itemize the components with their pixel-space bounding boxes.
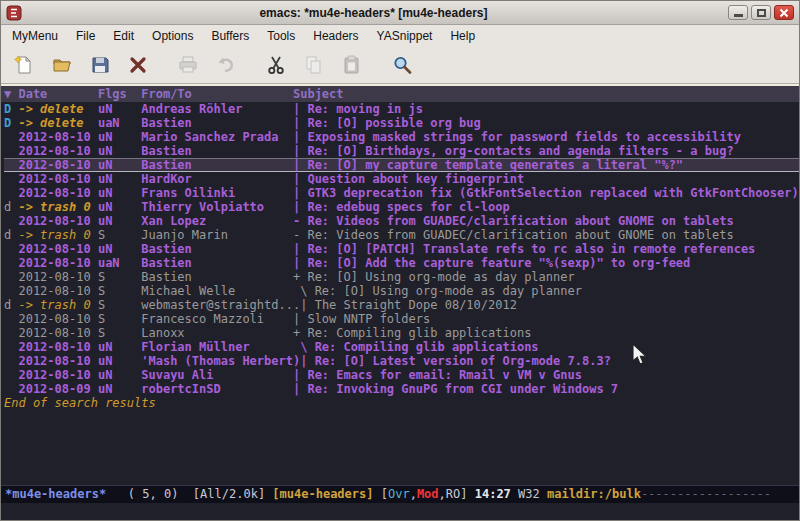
message-mark: d: [4, 298, 18, 312]
close-buffer-button[interactable]: [123, 50, 153, 80]
menu-tools[interactable]: Tools: [258, 26, 304, 46]
message-flags: uN: [98, 340, 141, 354]
menu-edit[interactable]: Edit: [104, 26, 143, 46]
message-date: 2012-08-10: [18, 284, 97, 298]
message-row[interactable]: d -> trash 0 S webmaster@straightd... | …: [4, 298, 799, 312]
message-from: Francesco Mazzoli: [141, 312, 293, 326]
search-icon: [391, 54, 413, 76]
message-date: 2012-08-10: [18, 256, 97, 270]
cut-icon: [265, 54, 287, 76]
message-mark: [4, 186, 18, 200]
message-subject: | Re: [O] my capture template generates …: [293, 158, 683, 172]
message-row[interactable]: D -> delete uN Andreas Röhler | Re: movi…: [4, 102, 799, 116]
message-row[interactable]: 2012-08-10 uN Frans Oilinki | GTK3 depre…: [4, 186, 799, 200]
menu-headers[interactable]: Headers: [304, 26, 367, 46]
message-subject: | Re: [O] Birthdays, org-contacts and ag…: [293, 144, 734, 158]
message-row[interactable]: d -> trash 0 uN Thierry Volpiatto | Re: …: [4, 200, 799, 214]
menu-help[interactable]: Help: [441, 26, 484, 46]
message-date: 2012-08-10: [18, 368, 97, 382]
minimize-button[interactable]: [728, 5, 748, 20]
message-date: 2012-08-10: [18, 354, 97, 368]
end-of-results-label: End of search results: [4, 396, 156, 410]
message-date: -> delete: [18, 102, 97, 116]
message-from: Mario Sanchez Prada: [141, 130, 293, 144]
message-row[interactable]: 2012-08-10 S Bastien + Re: [O] Using org…: [4, 270, 799, 284]
message-row[interactable]: d -> trash 0 S Juanjo Marin - Re: Videos…: [4, 228, 799, 242]
message-mark: [4, 256, 18, 270]
message-row[interactable]: 2012-08-10 uN Bastien | Re: [O] [PATCH] …: [4, 242, 799, 256]
menu-mymenu[interactable]: MyMenu: [3, 26, 67, 46]
headers-buffer[interactable]: D -> delete uN Andreas Röhler | Re: movi…: [1, 102, 799, 485]
message-from: Juanjo Marin: [141, 228, 293, 242]
sort-direction-icon[interactable]: ▼: [4, 86, 18, 102]
modeline-segment: [: [381, 487, 388, 501]
message-date: 2012-08-10: [18, 130, 97, 144]
maximize-button[interactable]: [751, 5, 771, 20]
modeline-segment: W32: [518, 487, 547, 501]
message-from: HardKor: [141, 172, 293, 186]
message-row[interactable]: 2012-08-10 uN Mario Sanchez Prada | Expo…: [4, 130, 799, 144]
message-row[interactable]: 2012-08-10 uN 'Mash (Thomas Herbert) | R…: [4, 354, 799, 368]
message-mark: [4, 130, 18, 144]
modeline: *mu4e-headers* ( 5, 0) [All/2.0k] [mu4e-…: [1, 485, 799, 503]
column-header-flags[interactable]: Flgs: [98, 86, 141, 102]
modeline-segment: ,RO: [439, 487, 461, 501]
copy-icon: [303, 54, 325, 76]
message-from: Michael Welle: [141, 284, 293, 298]
message-row[interactable]: D -> delete uaN Bastien | Re: [O] possib…: [4, 116, 799, 130]
save-icon: [89, 54, 111, 76]
message-subject: | The Straight Dope 08/10/2012: [300, 298, 517, 312]
menu-file[interactable]: File: [67, 26, 104, 46]
message-row[interactable]: 2012-08-10 uaN Bastien | Re: [O] Add the…: [4, 256, 799, 270]
message-date: -> trash 0: [18, 228, 97, 242]
message-row[interactable]: 2012-08-10 uN Xan Lopez - Re: Videos fro…: [4, 214, 799, 228]
message-mark: [4, 270, 18, 284]
message-date: 2012-08-10: [18, 144, 97, 158]
message-mark: D: [4, 102, 18, 116]
message-row[interactable]: 2012-08-10 uN HardKor | Question about k…: [4, 172, 799, 186]
message-mark: [4, 326, 18, 340]
message-flags: uN: [98, 172, 141, 186]
message-subject: | Re: moving in js: [293, 102, 423, 116]
save-button[interactable]: [85, 50, 115, 80]
message-from: robertcInSD: [141, 382, 293, 396]
message-date: 2012-08-09: [18, 382, 97, 396]
menu-yasnippet[interactable]: YASnippet: [368, 26, 442, 46]
message-flags: uN: [98, 242, 141, 256]
message-row[interactable]: 2012-08-10 S Lanoxx + Re: Compiling glib…: [4, 326, 799, 340]
message-row[interactable]: 2012-08-09 uN robertcInSD | Re: Invoking…: [4, 382, 799, 396]
message-from: Andreas Röhler: [141, 102, 293, 116]
message-flags: uN: [98, 382, 141, 396]
message-subject: | Re: edebug specs for cl-loop: [293, 200, 510, 214]
message-mark: [4, 158, 18, 172]
message-from: webmaster@straightd...: [141, 298, 300, 312]
message-row[interactable]: 2012-08-10 uN Bastien | Re: [O] my captu…: [4, 158, 799, 172]
close-buffer-icon: [127, 54, 149, 76]
message-list: D -> delete uN Andreas Röhler | Re: movi…: [4, 102, 799, 396]
menu-buffers[interactable]: Buffers: [202, 26, 258, 46]
message-row[interactable]: 2012-08-10 S Michael Welle \ Re: [O] Usi…: [4, 284, 799, 298]
column-header-from[interactable]: From/To: [141, 86, 293, 102]
message-date: 2012-08-10: [18, 312, 97, 326]
message-date: 2012-08-10: [18, 158, 97, 172]
message-row[interactable]: 2012-08-10 uN Bastien | Re: [O] Birthday…: [4, 144, 799, 158]
close-button[interactable]: [774, 5, 794, 20]
message-row[interactable]: 2012-08-10 uN Suvayu Ali | Re: Emacs for…: [4, 368, 799, 382]
message-flags: S: [98, 284, 141, 298]
message-row[interactable]: 2012-08-10 uN Florian Müllner \ Re: Comp…: [4, 340, 799, 354]
message-row[interactable]: 2012-08-10 S Francesco Mazzoli | Slow NN…: [4, 312, 799, 326]
minibuffer[interactable]: [1, 503, 799, 520]
window-title: emacs: *mu4e-headers* [mu4e-headers]: [22, 6, 725, 20]
new-file-button[interactable]: [9, 50, 39, 80]
cut-button[interactable]: [261, 50, 291, 80]
message-mark: [4, 354, 18, 368]
menu-options[interactable]: Options: [143, 26, 202, 46]
message-flags: S: [98, 270, 141, 284]
column-header-subject[interactable]: Subject: [293, 86, 344, 102]
column-header-date[interactable]: Date: [18, 86, 97, 102]
message-flags: S: [98, 298, 141, 312]
message-subject: \ Re: [O] Using org-mode as day planner: [293, 284, 582, 298]
open-file-button[interactable]: [47, 50, 77, 80]
message-from: Bastien: [141, 158, 293, 172]
search-button[interactable]: [387, 50, 417, 80]
